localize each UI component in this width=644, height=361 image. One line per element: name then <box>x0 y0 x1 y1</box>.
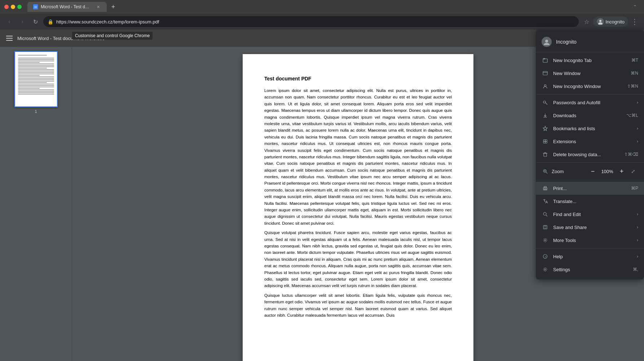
settings-icon <box>542 266 549 273</box>
maximize-button[interactable] <box>17 5 22 9</box>
svg-line-18 <box>546 103 548 105</box>
settings-shortcut: ⌘, <box>633 267 638 272</box>
nav-right-buttons: ☆ Incognito ⋮ <box>582 17 640 27</box>
pdf-page: Test document PDF Lorem ipsum dolor sit … <box>243 54 473 361</box>
tooltip-text: Customise and control Google Chrome <box>75 33 150 38</box>
new-incognito-tab-label: New Incognito Tab <box>553 58 627 63</box>
thumbnail-page-1 <box>14 51 58 107</box>
pdf-paragraph-2: Quisque volutpat pharetra tincidunt. Fus… <box>264 229 452 289</box>
menu-item-extensions[interactable]: Extensions › <box>536 135 644 148</box>
menu-item-print[interactable]: Print... ⌘P <box>536 182 644 195</box>
new-incognito-window-label: New Incognito Window <box>553 84 623 89</box>
svg-rect-24 <box>545 141 547 143</box>
menu-print-section: Print... ⌘P Translate... Find and Edit › <box>536 180 644 248</box>
menu-new-section: New Incognito Tab ⌘T New Window ⌘N New I… <box>536 52 644 94</box>
svg-point-43 <box>544 269 546 270</box>
bookmark-button[interactable]: ☆ <box>582 17 592 27</box>
close-button[interactable] <box>4 5 9 9</box>
zoom-out-menu-button[interactable]: − <box>588 166 598 176</box>
trash-icon <box>542 151 549 158</box>
menu-incognito-header: Incognito <box>536 33 644 50</box>
menu-item-help[interactable]: ? Help › <box>536 250 644 263</box>
url-text: https://www.soundczech.cz/temp/lorem-ips… <box>56 19 574 25</box>
incognito-avatar-icon <box>542 37 552 47</box>
forward-button[interactable]: › <box>17 17 27 27</box>
new-tab-button[interactable]: + <box>108 2 118 12</box>
browser-window: W Microsoft Word - Test docu... ✕ + ⌃ ‹ … <box>0 0 644 361</box>
main-content: Microsoft Word - Test document Word.doc … <box>0 30 644 361</box>
translate-icon <box>542 198 549 205</box>
address-bar[interactable]: 🔒 https://www.soundczech.cz/temp/lorem-i… <box>43 16 579 27</box>
tab-icon <box>542 57 549 64</box>
star-icon <box>542 125 549 132</box>
window-controls: ⌃ <box>633 4 640 9</box>
svg-rect-4 <box>6 36 13 36</box>
reload-button[interactable]: ↻ <box>30 17 40 27</box>
profile-button[interactable]: Incognito <box>593 17 628 27</box>
menu-item-translate[interactable]: Translate... <box>536 195 644 208</box>
zoom-label: Zoom <box>552 169 585 174</box>
menu-item-passwords[interactable]: Passwords and Autofill › <box>536 96 644 109</box>
menu-item-downloads[interactable]: Downloads ⌥⌘L <box>536 109 644 122</box>
svg-point-16 <box>544 85 546 87</box>
delete-browsing-shortcut: ⇧⌘⌫ <box>624 152 638 157</box>
tab-label: Microsoft Word - Test docu... <box>41 4 91 9</box>
pdf-paragraph-1: Lorem ipsum dolor sit amet, consectetur … <box>264 87 452 226</box>
zoom-fullscreen-button[interactable]: ⤢ <box>628 166 638 176</box>
svg-rect-5 <box>6 38 13 39</box>
menu-incognito-section: Incognito <box>536 32 644 52</box>
menu-item-bookmarks[interactable]: Bookmarks and lists › <box>536 122 644 135</box>
svg-point-3 <box>598 22 603 25</box>
minimize-button[interactable] <box>11 5 15 9</box>
new-incognito-window-shortcut: ⇧⌘N <box>627 84 638 89</box>
incognito-label: Incognito <box>605 19 625 25</box>
bookmarks-label: Bookmarks and lists <box>553 126 632 131</box>
menu-item-settings[interactable]: Settings ⌘, <box>536 263 644 276</box>
save-icon <box>542 224 549 231</box>
svg-rect-39 <box>544 228 546 229</box>
puzzle-icon <box>542 138 549 145</box>
svg-rect-25 <box>544 153 547 157</box>
print-label: Print... <box>553 186 627 191</box>
active-tab[interactable]: W Microsoft Word - Test docu... ✕ <box>27 2 107 12</box>
zoom-in-menu-button[interactable]: + <box>617 166 627 176</box>
toolbar-tooltip: Customise and control Google Chrome <box>72 32 153 40</box>
svg-rect-33 <box>544 186 546 188</box>
zoom-icon <box>542 168 549 175</box>
svg-marker-20 <box>543 126 547 131</box>
back-button[interactable]: ‹ <box>4 17 14 27</box>
sidebar-toggle-button[interactable] <box>4 33 14 43</box>
extensions-arrow: › <box>637 139 638 144</box>
svg-line-29 <box>546 172 548 174</box>
traffic-lights <box>4 5 22 9</box>
save-share-label: Save and Share <box>553 225 632 230</box>
svg-point-17 <box>543 101 546 103</box>
new-window-label: New Window <box>553 71 626 76</box>
menu-item-new-incognito-tab[interactable]: New Incognito Tab ⌘T <box>536 54 644 67</box>
thumbnail-item[interactable]: 1 <box>14 51 58 114</box>
help-icon: ? <box>542 253 549 260</box>
incognito-window-icon <box>542 83 549 90</box>
svg-rect-14 <box>543 71 547 75</box>
tab-close-button[interactable]: ✕ <box>96 4 101 10</box>
menu-item-more-tools[interactable]: More Tools › <box>536 234 644 247</box>
svg-rect-21 <box>543 140 545 141</box>
svg-point-40 <box>544 239 546 241</box>
menu-item-save-share[interactable]: Save and Share › <box>536 221 644 234</box>
download-icon <box>542 112 549 119</box>
passwords-arrow: › <box>637 100 638 105</box>
pdf-paragraph-3: Quisque luctus ullamcorper velit sit ame… <box>264 292 452 319</box>
print-icon <box>542 185 549 192</box>
svg-rect-34 <box>544 189 546 190</box>
save-share-arrow: › <box>637 225 638 230</box>
menu-item-new-window[interactable]: New Window ⌘N <box>536 67 644 80</box>
svg-point-35 <box>543 212 546 215</box>
chrome-menu-button[interactable]: ⋮ <box>630 17 640 27</box>
more-tools-label: More Tools <box>553 238 632 243</box>
menu-item-find-edit[interactable]: Find and Edit › <box>536 208 644 221</box>
downloads-shortcut: ⌥⌘L <box>626 113 638 118</box>
menu-item-delete-browsing[interactable]: Delete browsing data... ⇧⌘⌫ <box>536 148 644 161</box>
window-icon <box>542 70 549 77</box>
menu-item-new-incognito-window[interactable]: New Incognito Window ⇧⌘N <box>536 80 644 93</box>
svg-rect-27 <box>544 153 546 153</box>
